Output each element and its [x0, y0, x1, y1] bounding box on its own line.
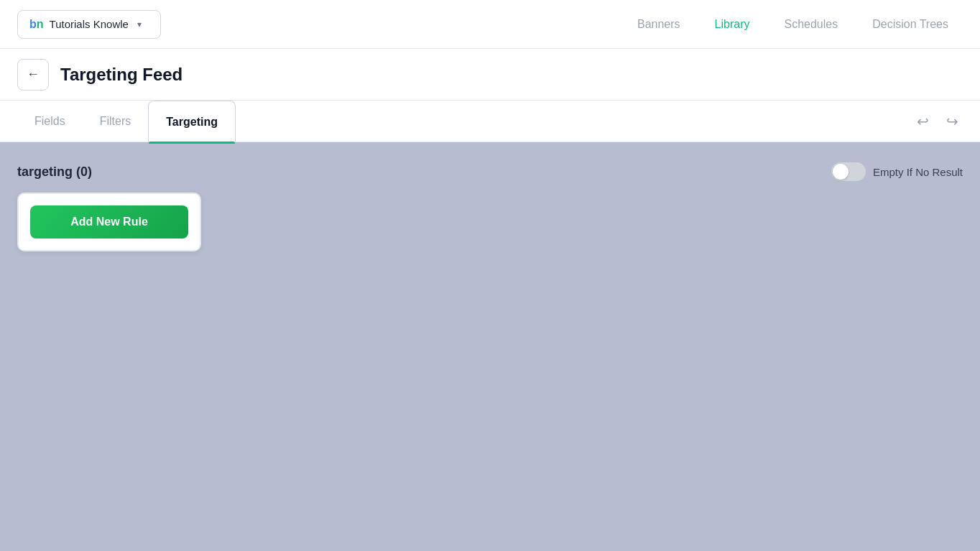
- nav-link-banners[interactable]: Banners: [637, 18, 680, 31]
- tabs-list: Fields Filters Targeting: [17, 101, 236, 142]
- redo-icon[interactable]: ↪: [942, 108, 963, 134]
- rule-card: Add New Rule: [17, 193, 201, 251]
- brand-logo: bn: [29, 18, 44, 31]
- main-content: targeting (0) Empty If No Result Add New…: [0, 142, 980, 551]
- tabs-actions: ↩ ↪: [912, 108, 963, 134]
- tab-fields[interactable]: Fields: [17, 101, 83, 142]
- top-nav: bn Tutorials Knowle ▾ Banners Library Sc…: [0, 0, 980, 49]
- toggle-container: Empty If No Result: [831, 162, 963, 181]
- undo-icon[interactable]: ↩: [912, 108, 933, 134]
- chevron-down-icon: ▾: [137, 19, 142, 29]
- section-header: targeting (0) Empty If No Result: [17, 162, 963, 181]
- brand-name: Tutorials Knowle: [50, 18, 129, 30]
- nav-link-decision-trees[interactable]: Decision Trees: [872, 18, 948, 31]
- tabs-bar: Fields Filters Targeting ↩ ↪: [0, 101, 980, 142]
- nav-link-library[interactable]: Library: [715, 18, 750, 31]
- back-button[interactable]: ←: [17, 59, 49, 91]
- nav-link-schedules[interactable]: Schedules: [784, 18, 838, 31]
- page-header: ← Targeting Feed: [0, 49, 980, 101]
- brand-selector[interactable]: bn Tutorials Knowle ▾: [17, 10, 161, 39]
- page-title: Targeting Feed: [60, 65, 182, 85]
- add-new-rule-button[interactable]: Add New Rule: [30, 205, 188, 239]
- tab-targeting[interactable]: Targeting: [148, 101, 236, 142]
- tab-filters[interactable]: Filters: [83, 101, 149, 142]
- targeting-section-title: targeting (0): [17, 165, 92, 180]
- toggle-label: Empty If No Result: [873, 166, 963, 178]
- nav-links: Banners Library Schedules Decision Trees: [637, 18, 963, 31]
- empty-if-no-result-toggle[interactable]: [831, 162, 866, 181]
